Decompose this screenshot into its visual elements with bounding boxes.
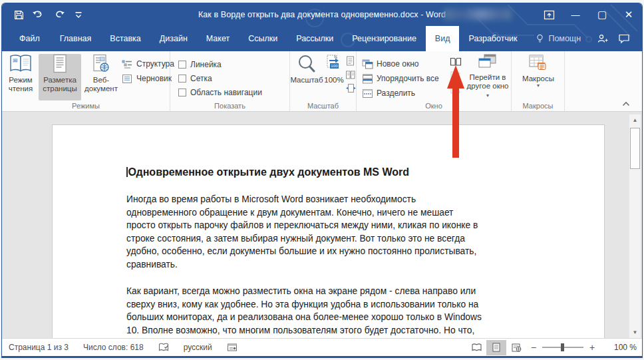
document-heading: Одновременное открытие двух документов M… bbox=[126, 165, 540, 180]
tab-mailings[interactable]: Рассылки bbox=[287, 26, 343, 51]
new-window-icon bbox=[362, 59, 373, 69]
document-page[interactable]: Одновременное открытие двух документов M… bbox=[52, 124, 605, 338]
gridlines-checkbox-box[interactable] bbox=[178, 75, 186, 83]
one-page-icon[interactable] bbox=[346, 56, 355, 66]
web-layout-icon bbox=[92, 54, 110, 74]
vertical-scrollbar[interactable]: ▲ ▼ bbox=[629, 114, 641, 338]
lightbulb-icon bbox=[536, 33, 544, 44]
macros-icon bbox=[528, 54, 548, 73]
text-cursor bbox=[126, 167, 128, 177]
reset-window-position-icon[interactable] bbox=[450, 85, 461, 94]
proofing-status-icon[interactable] bbox=[158, 343, 169, 353]
view-side-by-side-icon[interactable] bbox=[450, 57, 462, 67]
scroll-up-icon[interactable]: ▲ bbox=[629, 114, 641, 125]
navigation-pane-checkbox-box[interactable] bbox=[178, 89, 186, 96]
zoom-100-icon: 100 bbox=[325, 54, 343, 74]
ribbon-view-tab: Режим чтения Разметка страницы Веб-докум… bbox=[2, 51, 642, 112]
scrollbar-thumb[interactable] bbox=[630, 128, 640, 169]
read-mode-icon bbox=[8, 54, 33, 74]
share-icon[interactable] bbox=[597, 33, 609, 44]
macros-button[interactable]: Макросы ▾ bbox=[518, 54, 558, 100]
group-window: Новое окно Упорядочить все Разделить bbox=[357, 51, 512, 111]
arrange-all-icon bbox=[362, 74, 373, 84]
collapse-ribbon-button[interactable] bbox=[621, 100, 631, 108]
zoom-100-button[interactable]: 100 100% bbox=[322, 54, 346, 100]
scroll-down-icon[interactable]: ▼ bbox=[629, 327, 641, 337]
status-word-count[interactable]: Число слов: 618 bbox=[83, 343, 144, 352]
view-read-mode-button[interactable] bbox=[466, 340, 486, 355]
group-label-window: Окно bbox=[357, 102, 511, 110]
group-label-zoom: Масштаб bbox=[290, 102, 356, 110]
print-layout-icon bbox=[52, 54, 68, 74]
chevron-down-icon: ▾ bbox=[486, 92, 489, 98]
tab-tell-me[interactable]: Помощн bbox=[526, 26, 590, 51]
group-show: Линейка Сетка Область навигации Показать bbox=[170, 51, 290, 111]
paragraph-1: Иногда во время работы в Microsoft Word … bbox=[126, 193, 540, 271]
ribbon-tabs: Файл Главная Вставка Дизайн Макет Ссылки… bbox=[2, 26, 642, 51]
synchronous-scrolling-icon[interactable] bbox=[450, 71, 461, 81]
word-window: Как в Ворде открыть два документа одновр… bbox=[1, 3, 643, 358]
tab-home[interactable]: Главная bbox=[51, 26, 101, 51]
draft-view-button[interactable]: Черновик bbox=[122, 71, 174, 86]
view-web-layout-button[interactable] bbox=[506, 340, 526, 355]
view-print-layout-button[interactable] bbox=[486, 340, 506, 355]
status-page-count[interactable]: Страница 1 из 3 bbox=[9, 343, 69, 352]
maximize-button[interactable]: ▢ bbox=[589, 3, 615, 26]
paragraph-2: Как вариант, всегда можно разместить окн… bbox=[126, 285, 540, 337]
window-controls: — ▢ ✕ bbox=[536, 3, 642, 26]
zoom-button[interactable]: Масштаб bbox=[291, 54, 322, 100]
comments-icon[interactable] bbox=[618, 33, 630, 44]
split-icon bbox=[362, 89, 373, 98]
title-bar: Как в Ворде открыть два документа одновр… bbox=[2, 3, 642, 26]
group-label-show: Показать bbox=[170, 102, 289, 110]
print-layout-button[interactable]: Разметка страницы bbox=[39, 54, 81, 100]
minimize-button[interactable]: — bbox=[562, 3, 589, 26]
document-content: Одновременное открытие двух документов M… bbox=[126, 165, 540, 337]
draft-icon bbox=[122, 74, 133, 84]
document-area: Одновременное открытие двух документов M… bbox=[2, 112, 642, 338]
tab-insert[interactable]: Вставка bbox=[100, 26, 150, 51]
tab-layout[interactable]: Макет bbox=[197, 26, 239, 51]
zoom-slider-thumb[interactable] bbox=[561, 343, 564, 351]
tab-file[interactable]: Файл bbox=[9, 26, 51, 51]
tab-references[interactable]: Ссылки bbox=[239, 26, 287, 51]
redo-icon[interactable] bbox=[51, 6, 69, 23]
tab-view[interactable]: Вид bbox=[426, 26, 460, 51]
group-label-views: Режимы bbox=[2, 102, 170, 110]
switch-windows-button[interactable]: Перейти вдругое окно ▾ bbox=[466, 54, 510, 100]
arrange-all-button[interactable]: Упорядочить все bbox=[362, 71, 439, 86]
customize-qat-icon[interactable] bbox=[70, 6, 87, 23]
web-layout-button[interactable]: Веб-документ bbox=[82, 54, 120, 100]
page-width-icon[interactable] bbox=[346, 84, 356, 92]
zoom-in-button[interactable]: + bbox=[585, 342, 599, 353]
status-language[interactable]: русский bbox=[184, 343, 212, 352]
zoom-icon bbox=[297, 54, 317, 74]
ribbon-display-options-icon[interactable] bbox=[536, 3, 562, 26]
svg-text:100: 100 bbox=[331, 63, 338, 68]
status-right: − + 100 % bbox=[466, 340, 637, 355]
zoom-out-button[interactable]: − bbox=[526, 342, 541, 353]
zoom-slider[interactable] bbox=[542, 347, 583, 348]
group-label-macros: Макросы bbox=[512, 102, 564, 110]
multiple-pages-icon[interactable] bbox=[346, 71, 355, 79]
outline-view-button[interactable]: Структура bbox=[122, 57, 174, 71]
ruler-checkbox[interactable]: Линейка bbox=[178, 57, 262, 71]
gridlines-checkbox[interactable]: Сетка bbox=[178, 71, 262, 85]
quick-access-toolbar bbox=[2, 6, 87, 23]
tell-me-label: Помощн bbox=[548, 34, 581, 43]
split-button[interactable]: Разделить bbox=[362, 86, 439, 100]
new-window-button[interactable]: Новое окно bbox=[362, 57, 439, 71]
macro-recording-icon[interactable] bbox=[227, 343, 238, 352]
tab-developer[interactable]: Разработчик bbox=[459, 26, 526, 51]
tab-design[interactable]: Дизайн bbox=[150, 26, 197, 51]
undo-icon[interactable] bbox=[29, 6, 50, 23]
redacted-account-name bbox=[444, 9, 512, 20]
zoom-percentage[interactable]: 100 % bbox=[605, 343, 637, 352]
navigation-pane-checkbox[interactable]: Область навигации bbox=[178, 85, 262, 99]
group-macros: Макросы ▾ Макросы bbox=[512, 51, 565, 111]
save-icon[interactable] bbox=[10, 6, 27, 23]
ruler-checkbox-box[interactable] bbox=[178, 61, 186, 69]
close-button[interactable]: ✕ bbox=[615, 3, 642, 26]
read-mode-button[interactable]: Режим чтения bbox=[4, 54, 37, 100]
tab-review[interactable]: Рецензирование bbox=[343, 26, 426, 51]
